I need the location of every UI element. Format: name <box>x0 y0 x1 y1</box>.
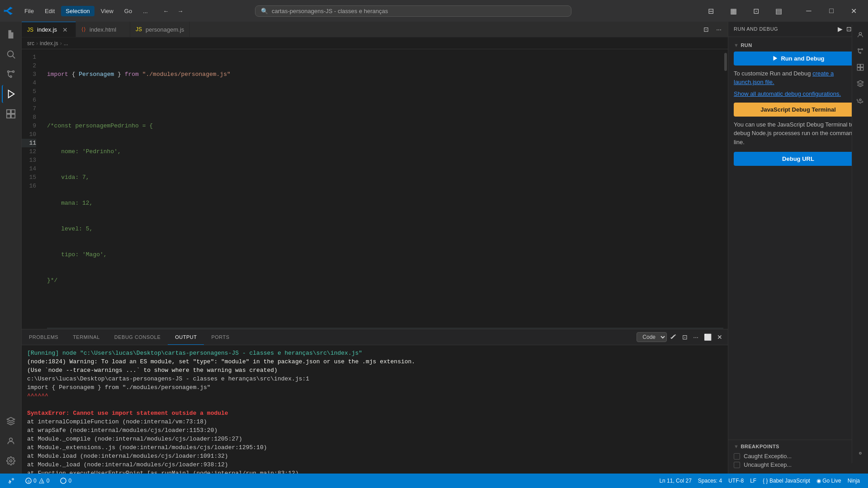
bp-uncaught-checkbox[interactable] <box>734 462 740 468</box>
activity-remote-icon[interactable] <box>2 412 20 430</box>
run-and-debug-btn[interactable]: Run and Debug <box>734 52 863 66</box>
bc-more[interactable]: ... <box>64 40 68 47</box>
scrollbar-thumb[interactable] <box>724 53 727 71</box>
debug-customize-text: To customize Run and Debug create a laun… <box>734 69 863 87</box>
source-control-filter-icon[interactable] <box>854 45 867 57</box>
svg-point-16 <box>858 49 859 50</box>
extensions-filter-icon[interactable] <box>854 61 867 74</box>
spaces-status[interactable]: Spaces: 4 <box>695 478 725 484</box>
no-problems-status[interactable]: 0 <box>57 474 74 488</box>
errors-status[interactable]: 0 0 0 0 <box>23 474 52 488</box>
bp-header[interactable]: ▼ BREAKPOINTS <box>734 444 863 449</box>
activity-debug-icon[interactable] <box>2 85 20 103</box>
panel-filter-btn[interactable]: ⊡ <box>680 332 689 343</box>
panel-tab-problems[interactable]: PROBLEMS <box>22 329 66 345</box>
terminal-output[interactable]: [Running] node "c:\Users\lucas\Desktop\c… <box>22 345 728 474</box>
svg-rect-21 <box>857 68 860 70</box>
code-editor[interactable]: 12345 678910 11 1213141516 import { Pers… <box>22 49 728 329</box>
code-content[interactable]: import { Personagem } from "./modules/pe… <box>43 49 728 329</box>
layout-btn2[interactable]: ⊡ <box>746 4 767 18</box>
svg-rect-0 <box>9 34 12 35</box>
ninja-status[interactable]: Ninja <box>845 478 863 484</box>
remote-filter-icon[interactable] <box>854 77 867 90</box>
panel-clear-btn[interactable] <box>669 332 679 343</box>
svg-point-25 <box>9 482 11 483</box>
activity-settings-icon[interactable] <box>2 452 20 470</box>
debug-url-btn[interactable]: Debug URL <box>734 152 863 166</box>
account-filter-icon[interactable] <box>854 28 867 41</box>
debug-panel-content: ▼ RUN Run and Debug To customize Run and… <box>728 37 868 474</box>
search-bar[interactable]: 🔍 cartas-personagens-JS - classes e hera… <box>255 5 571 17</box>
nav-forward-btn[interactable]: → <box>174 5 187 17</box>
vscode-logo <box>4 6 13 15</box>
activity-account-icon[interactable] <box>2 432 20 450</box>
panel-actions: Code ⊡ ··· ⬜ ✕ <box>633 329 728 345</box>
debug-top-section: ▼ RUN Run and Debug To customize Run and… <box>728 37 868 440</box>
layout-btn1[interactable]: ▦ <box>723 4 744 18</box>
close-btn[interactable]: ✕ <box>844 4 864 18</box>
svg-rect-19 <box>857 64 860 67</box>
vertical-scrollbar[interactable] <box>723 49 728 329</box>
activity-search-icon[interactable] <box>2 45 20 63</box>
output-source-select[interactable]: Code <box>637 332 667 342</box>
menu-more[interactable]: ... <box>138 6 152 16</box>
bc-src[interactable]: src <box>27 40 34 47</box>
bc-file[interactable]: index.js <box>40 40 58 47</box>
menu-view[interactable]: View <box>96 6 118 16</box>
tab-close-index-js[interactable]: ✕ <box>62 26 68 33</box>
layout-btn3[interactable]: ▤ <box>769 4 789 18</box>
show-debug-configs-link[interactable]: Show all automatic debug configurations. <box>734 90 863 97</box>
cursor-position: Ln 11, Col 27 <box>659 478 691 484</box>
menu-file[interactable]: File <box>20 6 38 16</box>
bottom-settings-icon[interactable] <box>854 447 867 460</box>
svg-point-24 <box>859 452 861 454</box>
minimize-btn[interactable]: ─ <box>798 4 819 18</box>
code-line-11: /*const personagemJose = { <box>47 328 728 329</box>
breadcrumb: src › index.js › ... <box>22 38 728 49</box>
panel-tab-debug-console[interactable]: DEBUG CONSOLE <box>107 329 168 345</box>
tab-label-index-js: index.js <box>37 26 57 33</box>
maximize-btn[interactable]: □ <box>821 4 842 18</box>
svg-rect-8 <box>6 110 10 113</box>
go-live-status[interactable]: ◉ Go Live <box>814 478 844 484</box>
panel-tab-ports[interactable]: PORTS <box>204 329 236 345</box>
more-actions-btn[interactable]: ··· <box>713 24 724 35</box>
code-line-7: level: 5, <box>47 225 728 233</box>
panel-tab-output[interactable]: OUTPUT <box>168 329 204 345</box>
debug-start-btn[interactable]: ▶ <box>837 24 844 33</box>
activity-source-control-icon[interactable] <box>2 65 20 83</box>
tab-personagem-js[interactable]: JS personagem.js <box>130 22 190 37</box>
sidebar-toggle-btn[interactable]: ⊟ <box>701 4 722 18</box>
bottom-panel: PROBLEMS TERMINAL DEBUG CONSOLE OUTPUT P… <box>22 329 728 474</box>
output-line-8: at wrapSafe (node:internal/modules/cjs/l… <box>27 426 722 435</box>
language-status[interactable]: { } Babel JavaScript <box>760 478 813 484</box>
tab-index-html[interactable]: ⟨⟩ index.html <box>76 22 130 37</box>
bp-caught-checkbox[interactable] <box>734 453 740 460</box>
menu-edit[interactable]: Edit <box>40 6 59 16</box>
nav-back-btn[interactable]: ← <box>160 5 172 17</box>
tab-index-js[interactable]: JS index.js ✕ <box>22 22 76 37</box>
svg-point-4 <box>7 71 9 73</box>
settings-filter-icon[interactable] <box>854 94 867 106</box>
line-ending-status[interactable]: LF <box>747 478 759 484</box>
git-icon-status[interactable] <box>5 474 17 488</box>
activity-extensions-icon[interactable] <box>2 105 20 123</box>
run-section-header: ▼ RUN <box>734 42 863 48</box>
svg-marker-14 <box>774 56 778 61</box>
panel-more-btn[interactable]: ··· <box>691 332 700 343</box>
run-section-label: RUN <box>741 42 752 48</box>
panel-maximize-btn[interactable]: ⬜ <box>702 332 713 343</box>
panel-close-btn[interactable]: ✕ <box>715 332 724 343</box>
encoding-status[interactable]: UTF-8 <box>726 478 746 484</box>
menu-go[interactable]: Go <box>120 6 137 16</box>
panel-tabs: PROBLEMS TERMINAL DEBUG CONSOLE OUTPUT P… <box>22 329 728 345</box>
cursor-position-status[interactable]: Ln 11, Col 27 <box>656 478 694 484</box>
tab-label-personagem-js: personagem.js <box>146 26 184 33</box>
activity-explorer-icon[interactable] <box>2 25 20 43</box>
split-editor-btn[interactable]: ⊡ <box>701 24 712 35</box>
svg-rect-11 <box>11 114 14 118</box>
panel-tab-terminal[interactable]: TERMINAL <box>66 329 107 345</box>
menu-selection[interactable]: Selection <box>61 6 94 16</box>
js-debug-terminal-btn[interactable]: JavaScript Debug Terminal <box>734 103 863 117</box>
search-icon: 🔍 <box>261 8 268 14</box>
